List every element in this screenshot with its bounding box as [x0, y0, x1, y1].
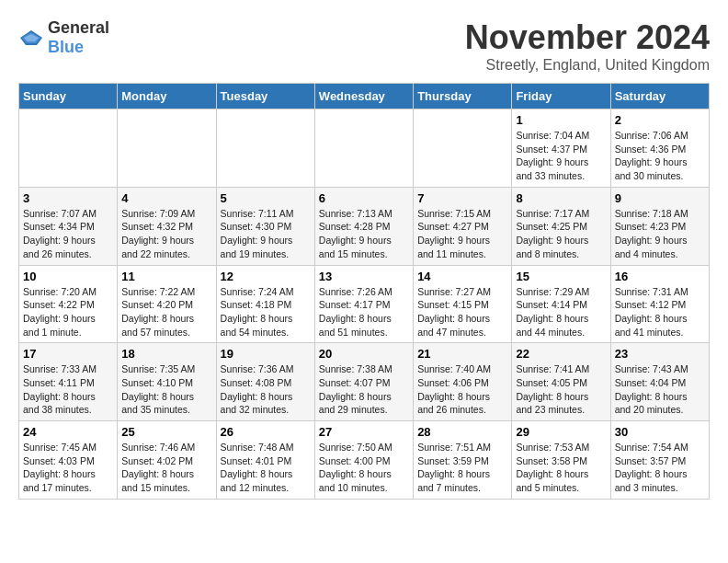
day-info: Sunrise: 7:09 AM Sunset: 4:32 PM Dayligh… [121, 207, 211, 261]
calendar-table: SundayMondayTuesdayWednesdayThursdayFrid… [18, 83, 710, 500]
day-number: 10 [23, 270, 113, 283]
calendar-cell: 2Sunrise: 7:06 AM Sunset: 4:36 PM Daylig… [610, 109, 709, 188]
day-info: Sunrise: 7:33 AM Sunset: 4:11 PM Dayligh… [23, 362, 113, 417]
week-row-1: 1Sunrise: 7:04 AM Sunset: 4:37 PM Daylig… [19, 109, 710, 188]
day-number: 28 [417, 425, 507, 439]
calendar-cell: 27Sunrise: 7:50 AM Sunset: 4:00 PM Dayli… [314, 421, 413, 500]
day-info: Sunrise: 7:24 AM Sunset: 4:18 PM Dayligh… [221, 285, 311, 339]
day-number: 14 [417, 270, 507, 283]
calendar-cell: 6Sunrise: 7:13 AM Sunset: 4:28 PM Daylig… [314, 187, 413, 265]
calendar-cell: 7Sunrise: 7:15 AM Sunset: 4:27 PM Daylig… [414, 187, 512, 265]
logo-icon [18, 29, 44, 47]
day-number: 22 [516, 347, 606, 361]
logo-text: General Blue [48, 18, 109, 57]
weekday-header-monday: Monday [118, 84, 216, 109]
calendar-cell: 26Sunrise: 7:48 AM Sunset: 4:01 PM Dayli… [216, 421, 314, 500]
day-number: 12 [221, 270, 311, 283]
day-number: 18 [121, 347, 211, 361]
day-number: 17 [23, 347, 113, 361]
weekday-header-thursday: Thursday [414, 84, 512, 109]
calendar-cell: 11Sunrise: 7:22 AM Sunset: 4:20 PM Dayli… [118, 265, 216, 343]
day-number: 19 [221, 347, 311, 361]
day-number: 4 [121, 191, 211, 205]
calendar-cell: 28Sunrise: 7:51 AM Sunset: 3:59 PM Dayli… [414, 421, 512, 500]
day-number: 1 [516, 113, 606, 127]
day-info: Sunrise: 7:45 AM Sunset: 4:03 PM Dayligh… [23, 441, 113, 495]
day-number: 30 [615, 425, 705, 439]
calendar-cell: 17Sunrise: 7:33 AM Sunset: 4:11 PM Dayli… [19, 343, 118, 421]
day-info: Sunrise: 7:07 AM Sunset: 4:34 PM Dayligh… [23, 207, 113, 261]
logo-general: General [48, 18, 109, 37]
calendar-cell: 5Sunrise: 7:11 AM Sunset: 4:30 PM Daylig… [216, 187, 314, 265]
calendar-cell: 9Sunrise: 7:18 AM Sunset: 4:23 PM Daylig… [610, 187, 709, 265]
day-number: 13 [319, 270, 409, 283]
day-info: Sunrise: 7:20 AM Sunset: 4:22 PM Dayligh… [23, 285, 113, 339]
day-info: Sunrise: 7:11 AM Sunset: 4:30 PM Dayligh… [221, 207, 311, 261]
day-info: Sunrise: 7:48 AM Sunset: 4:01 PM Dayligh… [221, 441, 311, 495]
day-number: 15 [516, 270, 606, 283]
calendar-cell [414, 109, 512, 188]
day-info: Sunrise: 7:26 AM Sunset: 4:17 PM Dayligh… [319, 285, 409, 339]
weekday-header-row: SundayMondayTuesdayWednesdayThursdayFrid… [19, 84, 710, 109]
calendar-cell: 4Sunrise: 7:09 AM Sunset: 4:32 PM Daylig… [118, 187, 216, 265]
day-number: 5 [221, 191, 311, 205]
calendar-cell: 24Sunrise: 7:45 AM Sunset: 4:03 PM Dayli… [19, 421, 118, 500]
calendar-cell: 1Sunrise: 7:04 AM Sunset: 4:37 PM Daylig… [512, 109, 610, 188]
calendar-cell: 18Sunrise: 7:35 AM Sunset: 4:10 PM Dayli… [118, 343, 216, 421]
weekday-header-tuesday: Tuesday [216, 84, 314, 109]
day-info: Sunrise: 7:04 AM Sunset: 4:37 PM Dayligh… [516, 129, 606, 183]
calendar-cell [118, 109, 216, 188]
weekday-header-sunday: Sunday [19, 84, 118, 109]
day-number: 27 [319, 425, 409, 439]
day-number: 11 [121, 270, 211, 283]
day-info: Sunrise: 7:06 AM Sunset: 4:36 PM Dayligh… [615, 129, 705, 183]
weekday-header-wednesday: Wednesday [314, 84, 413, 109]
day-info: Sunrise: 7:18 AM Sunset: 4:23 PM Dayligh… [615, 207, 705, 261]
calendar-cell: 29Sunrise: 7:53 AM Sunset: 3:58 PM Dayli… [512, 421, 610, 500]
day-number: 26 [221, 425, 311, 439]
day-number: 25 [121, 425, 211, 439]
week-row-4: 17Sunrise: 7:33 AM Sunset: 4:11 PM Dayli… [19, 343, 710, 421]
day-info: Sunrise: 7:31 AM Sunset: 4:12 PM Dayligh… [615, 285, 705, 339]
day-number: 16 [615, 270, 705, 283]
day-info: Sunrise: 7:43 AM Sunset: 4:04 PM Dayligh… [615, 362, 705, 417]
day-number: 9 [615, 191, 705, 205]
day-info: Sunrise: 7:51 AM Sunset: 3:59 PM Dayligh… [417, 441, 507, 495]
week-row-5: 24Sunrise: 7:45 AM Sunset: 4:03 PM Dayli… [19, 421, 710, 500]
calendar-cell: 10Sunrise: 7:20 AM Sunset: 4:22 PM Dayli… [19, 265, 118, 343]
day-info: Sunrise: 7:46 AM Sunset: 4:02 PM Dayligh… [121, 441, 211, 495]
day-number: 20 [319, 347, 409, 361]
logo-blue: Blue [48, 38, 84, 56]
day-info: Sunrise: 7:13 AM Sunset: 4:28 PM Dayligh… [319, 207, 409, 261]
calendar-cell [314, 109, 413, 188]
calendar-cell: 3Sunrise: 7:07 AM Sunset: 4:34 PM Daylig… [19, 187, 118, 265]
day-number: 23 [615, 347, 705, 361]
calendar-title: November 2024 [465, 18, 710, 57]
day-info: Sunrise: 7:36 AM Sunset: 4:08 PM Dayligh… [221, 362, 311, 417]
day-info: Sunrise: 7:40 AM Sunset: 4:06 PM Dayligh… [417, 362, 507, 417]
weekday-header-saturday: Saturday [610, 84, 709, 109]
day-number: 7 [417, 191, 507, 205]
day-info: Sunrise: 7:27 AM Sunset: 4:15 PM Dayligh… [417, 285, 507, 339]
day-number: 24 [23, 425, 113, 439]
logo: General Blue [18, 18, 109, 57]
week-row-3: 10Sunrise: 7:20 AM Sunset: 4:22 PM Dayli… [19, 265, 710, 343]
day-info: Sunrise: 7:38 AM Sunset: 4:07 PM Dayligh… [319, 362, 409, 417]
page-header: General Blue November 2024 Streetly, Eng… [18, 18, 710, 74]
day-number: 8 [516, 191, 606, 205]
weekday-header-friday: Friday [512, 84, 610, 109]
day-info: Sunrise: 7:54 AM Sunset: 3:57 PM Dayligh… [615, 441, 705, 495]
calendar-cell: 12Sunrise: 7:24 AM Sunset: 4:18 PM Dayli… [216, 265, 314, 343]
calendar-cell: 16Sunrise: 7:31 AM Sunset: 4:12 PM Dayli… [610, 265, 709, 343]
day-number: 3 [23, 191, 113, 205]
day-number: 29 [516, 425, 606, 439]
calendar-header: November 2024 Streetly, England, United … [465, 18, 710, 74]
calendar-cell: 8Sunrise: 7:17 AM Sunset: 4:25 PM Daylig… [512, 187, 610, 265]
day-info: Sunrise: 7:17 AM Sunset: 4:25 PM Dayligh… [516, 207, 606, 261]
day-info: Sunrise: 7:50 AM Sunset: 4:00 PM Dayligh… [319, 441, 409, 495]
day-info: Sunrise: 7:53 AM Sunset: 3:58 PM Dayligh… [516, 441, 606, 495]
day-number: 6 [319, 191, 409, 205]
calendar-cell: 15Sunrise: 7:29 AM Sunset: 4:14 PM Dayli… [512, 265, 610, 343]
calendar-cell: 19Sunrise: 7:36 AM Sunset: 4:08 PM Dayli… [216, 343, 314, 421]
calendar-cell: 20Sunrise: 7:38 AM Sunset: 4:07 PM Dayli… [314, 343, 413, 421]
